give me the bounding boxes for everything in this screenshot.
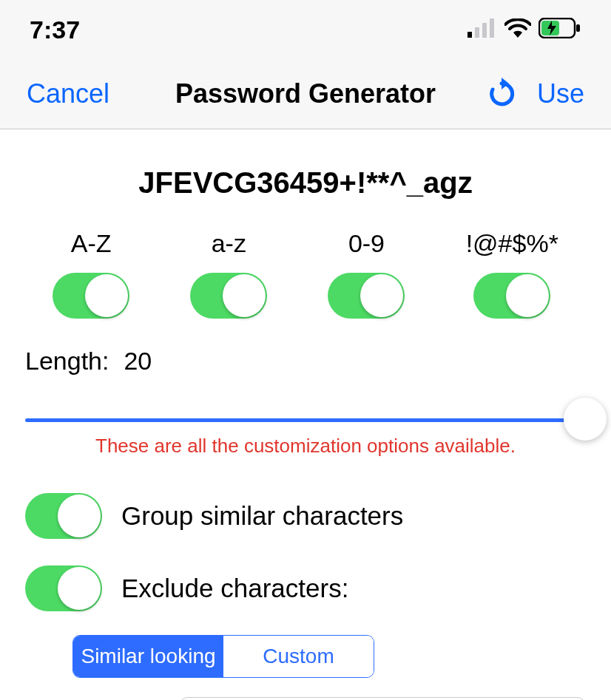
wifi-icon	[504, 18, 531, 41]
refresh-icon[interactable]	[487, 78, 516, 110]
svg-rect-1	[475, 27, 479, 38]
charset-symbols-label: !@#$%*	[466, 229, 558, 258]
battery-icon	[539, 18, 581, 41]
use-button[interactable]: Use	[537, 78, 584, 109]
status-bar: 7:37	[0, 0, 611, 59]
length-row: Length: 20	[0, 341, 611, 376]
charset-lower-label: a-z	[212, 229, 246, 258]
custom-exclude-input[interactable]	[179, 697, 586, 700]
toggle-group-similar[interactable]	[25, 493, 102, 539]
exclude-mode-segment[interactable]: Similar looking Custom	[72, 635, 374, 678]
charset-digits-label: 0-9	[348, 229, 385, 258]
charset-toggles: A-Z a-z 0-9 !@#$%*	[0, 229, 611, 319]
length-label: Length:	[25, 347, 109, 376]
svg-rect-3	[490, 18, 494, 38]
nav-bar: Cancel Password Generator Use	[0, 59, 611, 129]
toggle-exclude-characters[interactable]	[25, 565, 102, 611]
length-value: 20	[124, 347, 152, 376]
svg-rect-2	[482, 23, 487, 38]
exclude-characters-label: Exclude characters:	[121, 574, 348, 603]
content: JFEVCG36459+!**^_agz A-Z a-z 0-9 !@#$%* …	[0, 129, 611, 700]
cellular-icon	[467, 18, 497, 41]
generated-password: JFEVCG36459+!**^_agz	[0, 166, 611, 200]
toggle-lowercase[interactable]	[190, 273, 267, 319]
segment-custom[interactable]: Custom	[223, 636, 374, 677]
slider-track	[25, 418, 586, 422]
status-time: 7:37	[30, 16, 80, 44]
status-indicators	[467, 18, 581, 41]
group-similar-label: Group similar characters	[121, 501, 403, 531]
toggle-uppercase[interactable]	[53, 273, 129, 319]
cancel-button[interactable]: Cancel	[27, 78, 109, 109]
charset-upper-label: A-Z	[71, 229, 112, 258]
slider-thumb[interactable]	[564, 398, 607, 441]
toggle-digits[interactable]	[328, 273, 405, 319]
length-slider[interactable]	[25, 398, 586, 442]
svg-rect-0	[467, 32, 472, 38]
toggle-symbols[interactable]	[473, 273, 550, 319]
segment-similar-looking[interactable]: Similar looking	[73, 636, 223, 677]
svg-rect-6	[576, 24, 580, 32]
